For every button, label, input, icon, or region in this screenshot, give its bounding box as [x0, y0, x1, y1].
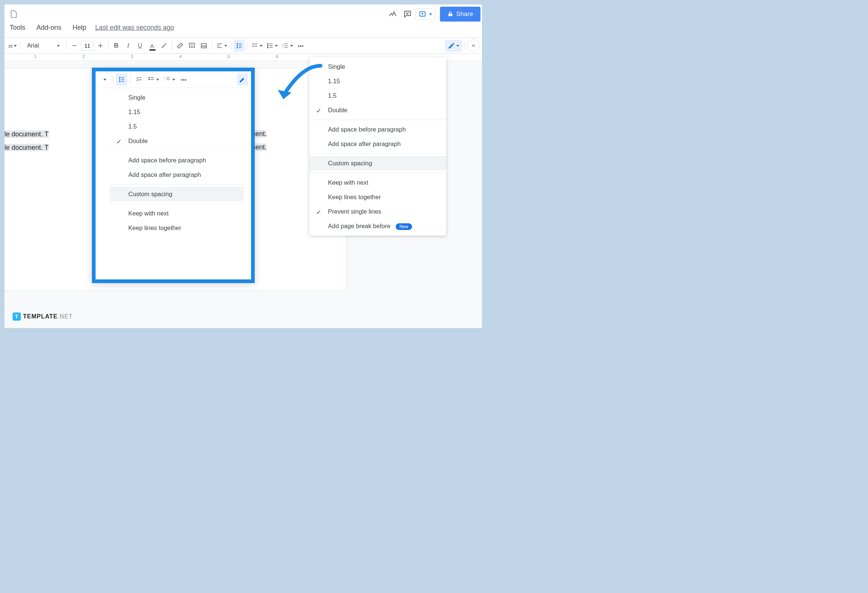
menu-tools[interactable]: Tools — [4, 22, 31, 33]
spacing-keepnext[interactable]: Keep with next — [309, 175, 446, 190]
spacing-double[interactable]: ✓Double — [309, 103, 446, 118]
highlight-button[interactable] — [158, 40, 170, 52]
check-icon: ✓ — [117, 138, 122, 145]
callout-edit-button[interactable] — [237, 74, 248, 85]
callout-caret[interactable] — [99, 74, 110, 85]
callout-toolbar: 1 ••• — [96, 71, 251, 88]
text-color-button[interactable]: A — [146, 40, 158, 52]
increase-font-button[interactable] — [95, 40, 106, 52]
hide-menus-button[interactable] — [467, 40, 480, 52]
svg-point-4 — [267, 45, 269, 46]
bulleted-list-button[interactable] — [265, 40, 279, 52]
spacing-keeplines[interactable]: Keep lines together — [309, 190, 446, 205]
font-family-dropdown[interactable]: Arial — [23, 41, 64, 50]
new-badge: New — [396, 223, 412, 230]
decrease-font-button[interactable] — [69, 40, 80, 52]
watermark-suffix: .NET — [58, 313, 72, 319]
font-size-control: 11 — [69, 40, 106, 52]
present-button[interactable] — [415, 8, 435, 20]
menu-separator — [309, 173, 446, 173]
italic-button[interactable]: I — [123, 40, 134, 52]
edit-status[interactable]: Last edit was seconds ago — [95, 24, 174, 32]
annotation-arrow — [265, 62, 328, 114]
spacing-15[interactable]: 1.5 — [309, 88, 446, 103]
comments-icon[interactable] — [400, 7, 415, 22]
callout-line-spacing-button[interactable] — [116, 74, 127, 85]
menu-separator — [110, 184, 244, 185]
selected-text-1a: a sample document. T — [4, 130, 49, 138]
menubar: Tools Add-ons Help Last edit was seconds… — [4, 21, 482, 38]
more-button[interactable]: ••• — [295, 40, 306, 52]
toolbar: xt Arial 11 B I U A 12 ••• — [4, 38, 482, 54]
watermark-brand: TEMPLATE — [23, 313, 58, 319]
menu-addons[interactable]: Add-ons — [31, 22, 66, 33]
spacing-115[interactable]: 1.15 — [309, 74, 446, 88]
watermark: T TEMPLATE.NET — [13, 312, 72, 321]
svg-point-3 — [267, 43, 269, 44]
svg-rect-2 — [201, 43, 206, 48]
callout-spacing-single[interactable]: Single — [110, 90, 244, 105]
checklist-button[interactable] — [249, 40, 264, 52]
svg-point-9 — [149, 79, 150, 80]
styles-dropdown[interactable]: xt — [7, 40, 18, 52]
callout-line-spacing-menu: Single 1.15 1.5 ✓Double Add space before… — [110, 88, 244, 237]
callout-spacing-keepnext[interactable]: Keep with next — [110, 206, 244, 221]
callout-spacing-15[interactable]: 1.5 — [110, 119, 244, 134]
callout-spacing-double[interactable]: ✓Double — [110, 134, 244, 148]
menu-separator — [110, 150, 244, 151]
check-icon: ✓ — [316, 209, 321, 216]
insert-link-button[interactable] — [174, 40, 186, 52]
callout-zoom: 1 ••• Single 1.15 1.5 ✓Double Add space … — [92, 68, 255, 283]
insert-image-button[interactable] — [198, 40, 210, 52]
spacing-before[interactable]: Add space before paragraph — [309, 122, 446, 137]
callout-spacing-custom[interactable]: Custom spacing — [110, 187, 244, 202]
callout-spacing-before[interactable]: Add space before paragraph — [110, 153, 244, 168]
spacing-pagebreak[interactable]: Add page break beforeNew — [309, 219, 446, 233]
share-button[interactable]: Share — [440, 7, 480, 22]
svg-point-8 — [149, 77, 150, 78]
callout-bulleted-button[interactable] — [146, 74, 161, 85]
app-frame: Share Tools Add-ons Help Last edit was s… — [4, 4, 482, 328]
add-comment-button[interactable] — [186, 40, 198, 52]
menu-separator — [110, 204, 244, 204]
callout-spacing-keeplines[interactable]: Keep lines together — [110, 221, 244, 235]
watermark-logo: T — [13, 312, 21, 321]
share-label: Share — [456, 10, 473, 18]
menu-separator — [309, 153, 446, 154]
callout-more-button[interactable]: ••• — [178, 74, 189, 85]
svg-text:2: 2 — [282, 45, 283, 47]
svg-point-5 — [267, 47, 269, 48]
line-spacing-button[interactable] — [233, 40, 245, 52]
underline-button[interactable]: U — [134, 40, 146, 52]
font-size-input[interactable]: 11 — [81, 41, 94, 50]
menu-help[interactable]: Help — [67, 22, 92, 33]
menu-separator — [309, 120, 446, 120]
callout-numbered-button[interactable]: 1 — [162, 74, 177, 85]
svg-text:1: 1 — [164, 77, 165, 79]
titlebar: Share — [4, 4, 482, 21]
callout-checklist-button[interactable] — [133, 74, 145, 85]
align-button[interactable] — [214, 40, 229, 52]
editing-mode-button[interactable] — [445, 40, 462, 52]
line-spacing-menu: Single 1.15 1.5 ✓Double Add space before… — [309, 57, 446, 235]
spacing-after[interactable]: Add space after paragraph — [309, 137, 446, 151]
doc-home-icon[interactable] — [6, 7, 21, 22]
spacing-single[interactable]: Single — [309, 59, 446, 74]
spacing-prevent[interactable]: ✓Prevent single lines — [309, 205, 446, 219]
activity-icon[interactable] — [385, 7, 400, 22]
numbered-list-button[interactable]: 12 — [280, 40, 295, 52]
spacing-custom[interactable]: Custom spacing — [309, 156, 446, 171]
callout-spacing-115[interactable]: 1.15 — [110, 105, 244, 119]
bold-button[interactable]: B — [111, 40, 122, 52]
selected-text-2a: a sample document. T — [4, 144, 49, 151]
callout-spacing-after[interactable]: Add space after paragraph — [110, 168, 244, 182]
